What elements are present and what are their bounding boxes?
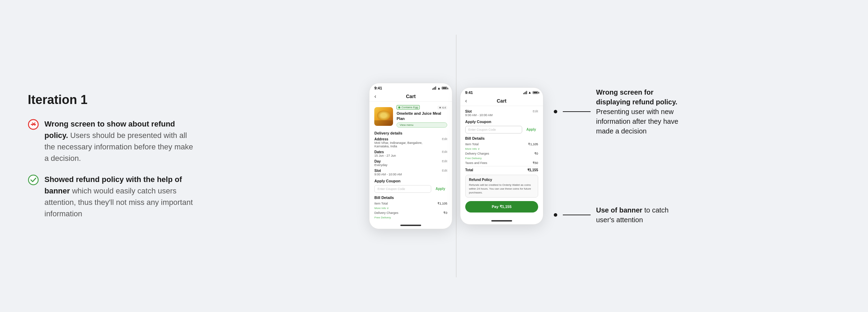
phone2-delivery-label: Delivery Charges [465,152,489,155]
phone2-status-bar: 9:41 ▲ [460,88,543,96]
phone1-item-total-value: ₹1,105 [437,202,448,205]
phone2-refund-text: Refunds will be credited to Orderly Wall… [469,183,534,195]
phone1-more-info[interactable]: More Info ∨ [374,207,447,210]
phone1-home-indicator [400,225,421,226]
wrong-icon: ✕ [28,119,39,130]
phone2-coupon-row: Enter Coupon Code Apply [465,126,538,133]
phone1-coupon-header: Apply Coupon [374,179,447,183]
phone1-signal [432,86,436,90]
phone2-delivery-row: Delivery Charges ₹0 [465,152,538,155]
phone1-bill-header: Bill Details [374,196,447,200]
phone1-coupon-input[interactable]: Enter Coupon Code [374,185,431,193]
phone1-food-badge: Contains Egg [397,105,420,110]
phone1-dates-edit[interactable]: Edit [442,150,448,154]
svg-point-4 [28,175,38,185]
phone2-status-icons: ▲ [523,90,538,94]
phone2-slot-label: Slot [465,110,472,113]
phone1-battery-icon [442,87,447,89]
annotation-bottom-bold: Use of banner [596,206,642,214]
phone2-more-info[interactable]: More Info ∨ [465,147,538,150]
phone1-slot-row: Slot 9:00 AM - 10:00 AM Edit [374,169,447,176]
phone2-total-label: Total [465,168,473,172]
phone1-screen: 9:41 ▲ ‹ Cart [369,83,452,226]
phone2-slot-header: Slot Edit [465,110,538,113]
phone2-item-total-value: ₹1,105 [528,142,538,146]
phone2-time: 9:41 [465,90,473,95]
phones-section: 9:41 ▲ ‹ Cart [215,35,840,277]
phone2-back-button[interactable]: ‹ [465,98,467,104]
phone1-delivery-value: ₹0 [443,211,447,215]
phone1-food-rating: ★ 4.4 [437,106,447,110]
main-container: Iteration 1 ✕ Wrong screen to show about… [0,0,868,312]
phone1-day-edit[interactable]: Edit [442,159,448,163]
annotation-top-dot [554,110,557,113]
annotation-bottom-dot [554,213,557,217]
phone1-address-edit[interactable]: Edit [442,137,448,141]
phone2-total-row: Total ₹1,155 [465,166,538,172]
phone2-slot-edit[interactable]: Edit [533,110,538,113]
phone2-coupon-input[interactable]: Enter Coupon Code [465,126,522,133]
bullet-item-wrong: ✕ Wrong screen to show about refund poli… [28,118,194,164]
phone1-address-label: Address [374,137,430,141]
phone1-delivery-row: Delivery Charges ₹0 [374,211,447,215]
phone2-nav-title: Cart [497,98,507,104]
phone1-content: Contains Egg ★ 4.4 Omelette and Juice Me… [369,102,452,223]
phone1-item-total-label: Item Total [374,202,388,205]
phone1-address-row: Address Moti Vihar, Indiranagar, Bangalo… [374,137,447,148]
phone1-item-total-row: Item Total ₹1,105 [374,202,447,205]
phone2-screen: 9:41 ▲ ‹ Cart [460,88,543,222]
annotation-bottom: Use of banner to catch user's attention [554,205,686,225]
phone1-free-delivery: Free Delivery [374,216,447,219]
bullet-list: ✕ Wrong screen to show about refund poli… [28,118,194,219]
phone1-delivery-label: Delivery Charges [374,211,398,215]
svg-text:✕: ✕ [31,121,36,127]
phone1-day-label: Day [374,159,387,163]
phone2-coupon-btn[interactable]: Apply [524,126,538,133]
phone2-free-delivery: Free Delivery [465,157,538,160]
phone1-nav-title: Cart [406,94,416,99]
annotation-bottom-text: Use of banner to catch user's attention [596,205,686,225]
annotation-top-line [563,111,591,112]
phones-divider [456,35,457,277]
phone1-address-value: Moti Vihar, Indiranagar, Bangalore, Karn… [374,141,430,148]
phone2-battery-icon [533,91,538,94]
phone2-item-total-label: Item Total [465,142,479,146]
phone2-coupon-header: Apply Coupon [465,120,538,124]
phone1-dates-row: Dates 15 Jun - 27 Jun Edit [374,150,447,157]
phone1-wifi-icon: ▲ [437,86,441,90]
phone1-coupon-row: Enter Coupon Code Apply [374,185,447,193]
phone2-taxes-row: Taxes and Fees ₹50 [465,161,538,165]
phone1-slot-edit[interactable]: Edit [442,169,448,172]
phone2-pay-button[interactable]: Pay ₹1,155 [465,201,538,213]
annotation-top-normal: Presenting user with new information aft… [596,108,678,135]
phone1-food-name: Omelette and Juice Meal Plan [397,111,447,121]
phone2-wifi-icon: ▲ [528,90,532,94]
phone2-taxes-label: Taxes and Fees [465,161,487,165]
phone2-total-value: ₹1,155 [527,168,538,172]
phone2-refund-banner: Refund Policy Refunds will be credited t… [465,175,538,198]
phone1-food-card: Contains Egg ★ 4.4 Omelette and Juice Me… [374,105,447,128]
phone2-signal [523,91,527,94]
correct-icon [28,174,39,185]
iteration-title: Iteration 1 [28,93,194,107]
bullet-item-correct: Showed refund policy with the help of ba… [28,174,194,219]
phone2-frame: 9:41 ▲ ‹ Cart [460,87,543,225]
phone1-status-bar: 9:41 ▲ [369,83,452,92]
phone1-delivery-header: Delivery details [374,131,447,135]
phone1-view-menu-btn[interactable]: View menu [397,122,447,128]
bullet-correct-text: Showed refund policy with the help of ba… [44,174,194,219]
annotation-top-bold: Wrong screen for displaying refund polic… [596,88,677,106]
left-section: Iteration 1 ✕ Wrong screen to show about… [28,93,194,219]
phone1-day-value: Everyday [374,163,387,167]
phone1-back-button[interactable]: ‹ [374,93,376,99]
phone2-nav-bar: ‹ Cart [460,96,543,106]
phone2-content: Slot Edit 9:00 AM - 10:00 AM Apply Coupo… [460,106,543,218]
phone2-slot-time: 9:00 AM - 10:00 AM [465,113,538,117]
phone1-slot-label: Slot [374,169,402,173]
annotations-container: Wrong screen for displaying refund polic… [554,87,686,225]
phone1-status-icons: ▲ [432,86,447,90]
phone2-item-total-row: Item Total ₹1,105 [465,142,538,146]
phone1-nav-bar: ‹ Cart [369,92,452,102]
phone1-day-row: Day Everyday Edit [374,159,447,167]
phone1-coupon-btn[interactable]: Apply [433,185,447,192]
